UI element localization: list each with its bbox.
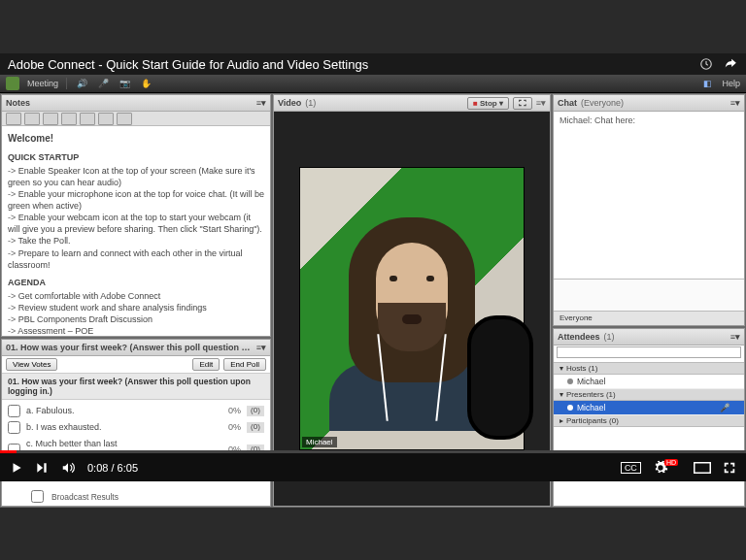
mic-active-icon: 🎤 (720, 403, 730, 412)
clock-icon[interactable] (699, 57, 713, 71)
list-item: Get comfortable with Adobe Connect (8, 290, 264, 302)
broadcast-label: Broadcast Results (51, 492, 119, 502)
microphone-prop (467, 315, 533, 440)
workspace: Notes ≡▾ Welcome! QUICK STARTUP Enab (0, 93, 746, 508)
youtube-frame: Adobe Connect - Quick Start Guide for Au… (0, 53, 746, 507)
list-item: Prepare to learn and connect with each o… (8, 247, 264, 271)
progress-bar[interactable] (0, 450, 746, 453)
list-item: Enable your webcam icon at the top to st… (8, 212, 264, 235)
video-title-bar: Adobe Connect - Quick Start Guide for Au… (0, 53, 746, 75)
video-count: (1) (305, 98, 316, 108)
next-button[interactable] (35, 461, 49, 475)
panel-menu-icon[interactable]: ≡▾ (256, 98, 266, 108)
video-header: Video (1) ■Stop▾ ⛶ ≡▾ (274, 95, 550, 112)
chat-input[interactable] (554, 279, 744, 311)
color-btn[interactable] (98, 113, 114, 125)
poll-question: 01. How was your first week? (Answer thi… (2, 374, 270, 400)
layout-icon[interactable]: ◧ (700, 77, 714, 90)
youtube-player-bar: 0:08 / 6:05 CC HD (0, 453, 746, 481)
adobe-connect-logo-icon (6, 77, 19, 90)
webcam-icon[interactable]: 📷 (118, 77, 131, 90)
agenda-heading: AGENDA (8, 277, 264, 288)
poll-pct: 0% (223, 421, 241, 433)
poll-option-checkbox[interactable] (8, 405, 20, 417)
notes-title: Notes (6, 98, 30, 108)
bullets-btn[interactable] (117, 113, 132, 125)
poll-option-checkbox[interactable] (8, 421, 20, 434)
webcam-feed[interactable]: Michael (299, 167, 525, 450)
italic-btn[interactable] (61, 113, 77, 125)
settings-icon[interactable]: HD (653, 460, 682, 476)
participants-section[interactable]: ▸Participants (0) (554, 415, 744, 427)
chat-scope: (Everyone) (581, 98, 624, 108)
view-votes-button[interactable]: View Votes (6, 358, 57, 371)
font-btn[interactable] (6, 113, 21, 125)
end-poll-button[interactable]: End Poll (223, 358, 266, 371)
notes-panel: Notes ≡▾ Welcome! QUICK STARTUP Enab (1, 94, 271, 337)
theater-icon[interactable] (694, 462, 711, 474)
chat-message: Michael: Chat here: (560, 115, 738, 125)
underline-btn[interactable] (80, 113, 95, 125)
stop-webcam-button[interactable]: ■Stop▾ (467, 97, 509, 110)
fullscreen-icon[interactable]: ⛶ (513, 97, 532, 110)
webcam-name-tag: Michael (302, 437, 337, 447)
attendee-row[interactable]: Michael🎤 (554, 401, 744, 415)
poll-panel: 01. How was your first week? (Answer thi… (1, 339, 271, 507)
play-button[interactable] (10, 461, 23, 475)
list-item: Assessment – POE (8, 325, 264, 336)
raise-hand-icon[interactable]: ✋ (139, 77, 153, 90)
panel-menu-icon[interactable]: ≡▾ (256, 343, 266, 352)
poll-controls: View Votes Edit End Poll (2, 356, 270, 374)
agenda-list: Get comfortable with Adobe ConnectReview… (8, 290, 264, 336)
broadcast-checkbox[interactable] (31, 490, 44, 503)
attendee-row[interactable]: Michael (554, 375, 744, 389)
presenters-section[interactable]: ▾Presenters (1) (554, 389, 744, 401)
poll-pct: 0% (223, 405, 241, 416)
svg-rect-1 (695, 462, 711, 473)
attendee-search-input[interactable] (557, 346, 741, 358)
list-item: Review student work and share analysis f… (8, 302, 264, 313)
attendees-header: Attendees (1) ≡▾ (554, 329, 744, 346)
share-arrow-icon[interactable] (723, 57, 738, 71)
microphone-icon[interactable]: 🎤 (96, 77, 110, 90)
video-area: Michael (274, 112, 550, 506)
attendees-count: (1) (604, 332, 615, 342)
video-panel: Video (1) ■Stop▾ ⛶ ≡▾ (273, 94, 551, 507)
meeting-menu[interactable]: Meeting (27, 79, 58, 88)
attendee-search (554, 346, 744, 363)
attendees-title: Attendees (558, 332, 600, 342)
list-item: Take the Poll. (8, 235, 264, 247)
video-title: Adobe Connect - Quick Start Guide for Au… (8, 57, 368, 72)
fullscreen-icon[interactable] (723, 461, 736, 475)
chat-title: Chat (558, 98, 577, 108)
notes-header: Notes ≡▾ (2, 95, 270, 112)
panel-menu-icon[interactable]: ≡▾ (536, 98, 546, 108)
edit-button[interactable]: Edit (192, 358, 220, 371)
bold-btn[interactable] (43, 113, 58, 125)
hosts-section[interactable]: ▾Hosts (1) (554, 363, 744, 375)
welcome-heading: Welcome! (8, 132, 264, 146)
poll-count: (0) (247, 406, 264, 416)
poll-header-text: 01. How was your first week? (Answer thi… (6, 343, 253, 352)
help-menu[interactable]: Help (722, 79, 740, 88)
list-item: Enable your microphone icon at the top f… (8, 188, 264, 212)
chat-tab-everyone[interactable]: Everyone (554, 311, 744, 325)
chat-header: Chat (Everyone) ≡▾ (554, 95, 744, 112)
poll-count: (0) (247, 422, 264, 433)
size-btn[interactable] (24, 113, 40, 125)
quick-startup-list: Enable Speaker Icon at the top of your s… (8, 165, 264, 271)
speaker-icon[interactable]: 🔊 (75, 77, 88, 90)
poll-option-label: b. I was exhausted. (26, 421, 133, 433)
time-display: 0:08 / 6:05 (87, 462, 138, 474)
cc-button[interactable]: CC (621, 462, 641, 474)
panel-menu-icon[interactable]: ≡▾ (730, 98, 740, 108)
poll-option[interactable]: b. I was exhausted.0%(0) (8, 419, 264, 436)
chat-log: Michael: Chat here: (554, 112, 744, 279)
notes-toolbar (2, 112, 270, 126)
list-item: PBL Components Draft Discussion (8, 313, 264, 325)
notes-body[interactable]: Welcome! QUICK STARTUP Enable Speaker Ic… (2, 126, 270, 336)
volume-icon[interactable] (60, 461, 76, 475)
poll-header: 01. How was your first week? (Answer thi… (2, 340, 270, 356)
poll-option[interactable]: a. Fabulous.0%(0) (8, 403, 264, 419)
panel-menu-icon[interactable]: ≡▾ (730, 332, 740, 342)
